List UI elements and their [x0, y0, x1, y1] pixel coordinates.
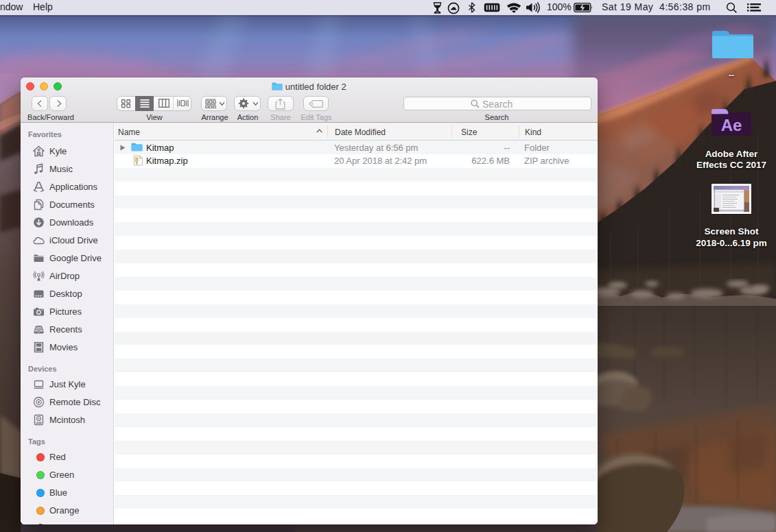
svg-text:Ae: Ae [721, 116, 742, 134]
